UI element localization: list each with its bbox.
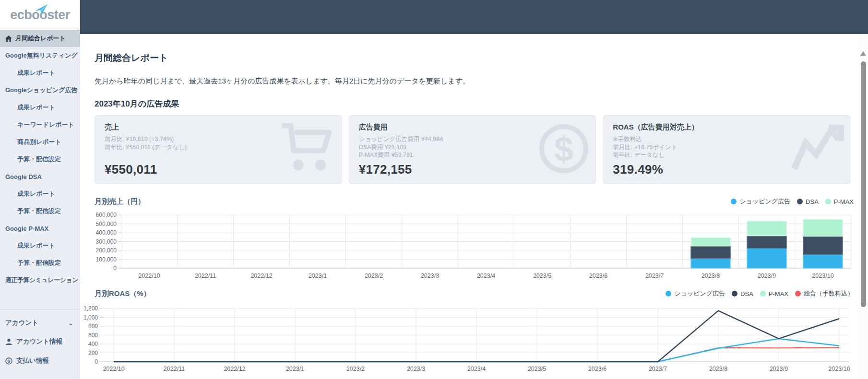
sidebar-item-14[interactable]: 適正予算シミュレーション [0, 272, 80, 289]
bar-segment [803, 254, 843, 268]
svg-text:2023/4: 2023/4 [477, 272, 495, 279]
sidebar-item-label: Google P-MAX [5, 225, 48, 232]
sidebar-item-2[interactable]: 成果レポート [0, 64, 80, 82]
legend-label: ショッピング広告 [674, 289, 725, 298]
sidebar-item-4[interactable]: 成果レポート [0, 99, 80, 116]
monthly-sales-chart: 0100,000200,000300,000400,000500,000600,… [72, 210, 864, 283]
sidebar-item-label: 月間総合レポート [15, 34, 66, 43]
legend-entry[interactable]: ショッピング広告 [666, 289, 725, 298]
logo-text: ecbooster [10, 8, 70, 23]
sidebar-item-3[interactable]: Googleショッピング広告 [0, 82, 80, 99]
account-item-label: 支払い情報 [16, 356, 49, 365]
svg-text:2023/9: 2023/9 [770, 366, 788, 372]
sidebar-item-label: 成果レポート [17, 103, 55, 112]
trend-icon [791, 125, 844, 175]
svg-text:600,000: 600,000 [96, 212, 117, 218]
sidebar-item-7[interactable]: 予算・配信設定 [0, 151, 80, 168]
home-icon [5, 36, 12, 42]
kpi-cards-row: 売上前月比: ¥19,810 (+3.74%)前年比: ¥550,011 (デー… [95, 115, 850, 184]
legend-entry[interactable]: ショッピング広告 [731, 197, 790, 206]
svg-text:500,000: 500,000 [96, 221, 117, 227]
svg-text:200,000: 200,000 [96, 247, 117, 254]
section-title: 2023年10月の広告成果 [95, 98, 179, 109]
svg-text:2023/6: 2023/6 [588, 366, 606, 372]
sidebar-nav: 月間総合レポートGoogle無料リスティング成果レポートGoogleショッピング… [0, 30, 80, 289]
sidebar-item-label: 成果レポート [17, 190, 55, 198]
svg-text:2023/2: 2023/2 [365, 272, 383, 279]
svg-text:2023/7: 2023/7 [645, 272, 664, 279]
legend-label: DSA [806, 198, 819, 205]
scrollbar-thumb[interactable] [861, 61, 866, 307]
svg-text:400,000: 400,000 [96, 229, 117, 236]
chart1-title: 月別売上（円） [95, 197, 145, 206]
svg-text:$: $ [554, 130, 573, 168]
page-description: 先月から昨年の同じ月まで、最大過去13ヶ月分の広告成果を表示します。毎月2日に先… [95, 77, 470, 86]
sidebar-item-label: 適正予算シミュレーション [5, 276, 78, 284]
bar-segment [691, 259, 730, 268]
svg-text:100,000: 100,000 [96, 256, 117, 263]
svg-text:1,000: 1,000 [83, 314, 98, 321]
sidebar-item-12[interactable]: 成果レポート [0, 237, 80, 254]
account-item-1[interactable]: $支払い情報 [0, 351, 80, 370]
account-menu[interactable]: アカウント ⌄ [0, 314, 80, 332]
account-block: アカウント ⌄ アカウント情報$支払い情報 [0, 309, 80, 370]
legend-entry[interactable]: P-MAX [760, 290, 788, 297]
svg-text:800: 800 [88, 323, 98, 330]
svg-text:2022/11: 2022/11 [164, 366, 185, 372]
chart2-title: 月別ROAS（%） [95, 289, 151, 298]
bar-segment [747, 221, 786, 236]
legend-entry[interactable]: DSA [797, 198, 819, 205]
svg-text:0: 0 [95, 358, 98, 365]
sidebar-item-8[interactable]: Google DSA [0, 168, 80, 185]
svg-text:2023/6: 2023/6 [589, 272, 607, 279]
svg-text:400: 400 [88, 341, 98, 347]
sidebar-item-label: 成果レポート [17, 69, 55, 77]
sidebar-item-0[interactable]: 月間総合レポート [0, 30, 80, 47]
divider [0, 309, 80, 310]
sidebar-item-label: 予算・配信設定 [17, 155, 61, 164]
top-header-bar [80, 0, 868, 34]
legend-dot-icon [731, 199, 737, 204]
svg-text:2023/5: 2023/5 [533, 272, 551, 279]
scrollbar-track[interactable] [859, 34, 868, 379]
sidebar-item-11[interactable]: Google P-MAX [0, 220, 80, 237]
bar-segment [803, 219, 843, 236]
bar-segment [691, 246, 730, 259]
bar-segment [747, 248, 786, 268]
legend-entry[interactable]: P-MAX [825, 198, 854, 205]
svg-text:2022/11: 2022/11 [195, 272, 216, 279]
svg-text:2023/1: 2023/1 [309, 272, 327, 279]
svg-text:2023/2: 2023/2 [346, 366, 365, 372]
legend-label: DSA [740, 290, 753, 297]
svg-text:2023/3: 2023/3 [407, 366, 425, 372]
sidebar-item-5[interactable]: キーワードレポート [0, 116, 80, 133]
legend-dot-icon [666, 291, 671, 296]
account-item-label: アカウント情報 [16, 337, 62, 346]
account-item-0[interactable]: アカウント情報 [0, 332, 80, 351]
legend-entry[interactable]: 総合（手数料込） [795, 289, 854, 298]
kpi-card-roas: ROAS（広告費用対売上）※手数料込前月比: +16.75ポイント前年比: デー… [603, 115, 850, 184]
sidebar-item-10[interactable]: 予算・配信設定 [0, 202, 80, 220]
svg-text:600: 600 [88, 332, 98, 339]
kpi-card-sales: 売上前月比: ¥19,810 (+3.74%)前年比: ¥550,011 (デー… [95, 115, 342, 184]
legend-label: ショッピング広告 [739, 197, 790, 206]
scroll-up-icon[interactable] [860, 51, 866, 56]
sidebar-item-1[interactable]: Google無料リスティング [0, 47, 80, 64]
sidebar-item-label: Googleショッピング広告 [5, 86, 78, 95]
paper-plane-icon [34, 3, 48, 15]
legend-label: P-MAX [769, 290, 788, 297]
svg-text:2023/3: 2023/3 [421, 272, 439, 279]
svg-text:2023/9: 2023/9 [758, 272, 776, 279]
dollar-icon: $ [538, 123, 590, 177]
legend-entry[interactable]: DSA [732, 290, 753, 297]
sidebar-item-6[interactable]: 商品別レポート [0, 133, 80, 151]
sidebar-item-9[interactable]: 成果レポート [0, 185, 80, 202]
svg-text:2023/5: 2023/5 [528, 366, 546, 372]
svg-text:300,000: 300,000 [96, 238, 117, 245]
chevron-down-icon: ⌄ [68, 320, 73, 327]
sidebar-item-13[interactable]: 予算・配信設定 [0, 254, 80, 272]
cart-icon [282, 123, 336, 177]
kpi-card-ad-cost: 広告費用ショッピング広告費用 ¥44,994DSA費用 ¥21,103P-MAX… [349, 115, 596, 184]
bar-segment [803, 236, 843, 254]
logo[interactable]: ecbooster [0, 0, 80, 30]
